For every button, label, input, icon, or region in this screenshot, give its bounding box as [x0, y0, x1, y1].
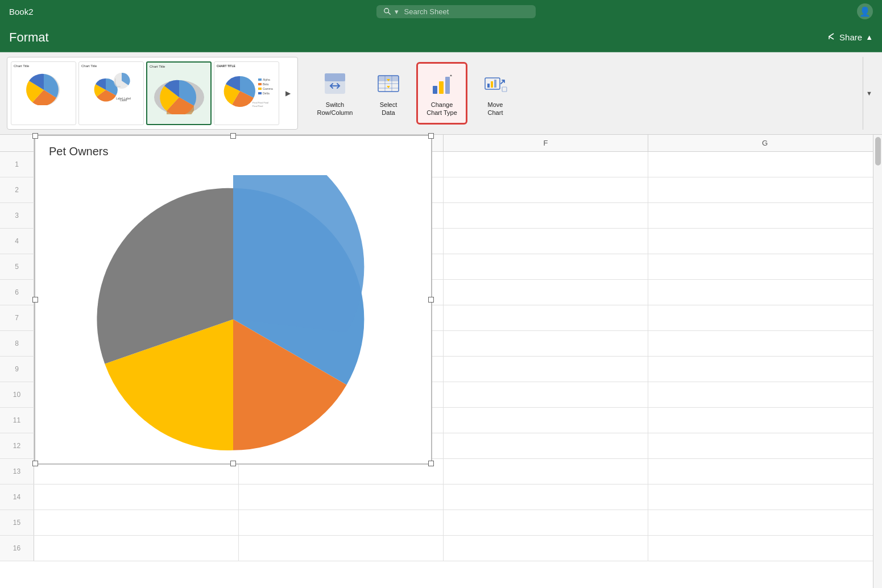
cell-D14[interactable] — [34, 485, 239, 510]
cell-G16[interactable] — [648, 536, 882, 561]
handle-tc[interactable] — [230, 133, 236, 139]
cell-G11[interactable] — [648, 408, 882, 433]
svg-text:Label: Label — [124, 97, 131, 100]
switch-row-column-button[interactable]: SwitchRow/Column — [309, 62, 361, 125]
cell-G3[interactable] — [648, 203, 882, 228]
cell-F14[interactable] — [444, 485, 648, 510]
app-name: Book2 — [9, 7, 55, 16]
row-number: 15 — [0, 510, 34, 535]
row-num-header — [0, 135, 34, 151]
chart-thumb-4[interactable]: CHART TITLE Alpha Beta Gamma Delta Final… — [214, 61, 279, 125]
vertical-scrollbar[interactable] — [873, 135, 882, 588]
grid-row[interactable]: 15 — [0, 510, 882, 536]
svg-line-1 — [388, 13, 390, 15]
cell-F11[interactable] — [444, 408, 648, 433]
row-number: 7 — [0, 305, 34, 330]
cell-G13[interactable] — [648, 459, 882, 484]
search-icon — [383, 7, 391, 15]
svg-rect-12 — [258, 78, 262, 81]
format-bar: Format Share ▲ — [0, 23, 882, 52]
cell-E14[interactable] — [239, 485, 444, 510]
cell-F3[interactable] — [444, 203, 648, 228]
cell-F8[interactable] — [444, 331, 648, 356]
cell-G1[interactable] — [648, 152, 882, 177]
share-button[interactable]: Share ▲ — [826, 32, 873, 43]
cell-F16[interactable] — [444, 536, 648, 561]
svg-rect-31 — [433, 86, 437, 94]
row-number: 2 — [0, 177, 34, 202]
cell-G2[interactable] — [648, 177, 882, 202]
row-number: 13 — [0, 459, 34, 484]
share-icon — [826, 32, 836, 43]
scroll-thumb[interactable] — [875, 137, 881, 165]
cell-F9[interactable] — [444, 357, 648, 382]
cell-D16[interactable] — [34, 536, 239, 561]
svg-rect-38 — [502, 87, 507, 92]
thumb3-title: Chart Title — [150, 65, 165, 68]
chart-container[interactable]: Pet Owners — [34, 135, 432, 465]
svg-rect-14 — [258, 83, 262, 85]
move-chart-icon — [482, 70, 509, 97]
cell-F13[interactable] — [444, 459, 648, 484]
cell-G4[interactable] — [648, 229, 882, 254]
row-number: 11 — [0, 408, 34, 433]
toolbar-buttons: SwitchRow/Column SelectDa — [303, 57, 521, 130]
user-avatar[interactable]: 👤 — [857, 3, 873, 19]
handle-tr[interactable] — [428, 133, 434, 139]
row-number: 6 — [0, 280, 34, 305]
search-bar[interactable]: ▾ Search Sheet — [376, 5, 536, 18]
change-chart-type-button[interactable]: ChangeChart Type — [416, 62, 467, 125]
ribbon: Chart Title Chart Title — [0, 52, 882, 135]
cell-F15[interactable] — [444, 510, 648, 535]
cell-F5[interactable] — [444, 254, 648, 279]
cell-G14[interactable] — [648, 485, 882, 510]
svg-text:Final Final: Final Final — [252, 105, 263, 107]
svg-text:Gamma: Gamma — [263, 87, 273, 90]
thumb3-chart — [151, 69, 208, 114]
cell-F1[interactable] — [444, 152, 648, 177]
cell-F10[interactable] — [444, 382, 648, 407]
cell-F7[interactable] — [444, 305, 648, 330]
search-input-label: Search Sheet — [404, 7, 449, 16]
col-header-G: G — [648, 135, 882, 151]
cell-E15[interactable] — [239, 510, 444, 535]
row-number: 8 — [0, 331, 34, 356]
cell-G7[interactable] — [648, 305, 882, 330]
chart-thumb-3[interactable]: Chart Title — [146, 61, 212, 125]
chart-thumb-2[interactable]: Chart Title Label Label Label — [78, 61, 144, 125]
cell-D15[interactable] — [34, 510, 239, 535]
thumb2-title: Chart Title — [81, 64, 97, 68]
cell-F6[interactable] — [444, 280, 648, 305]
cell-G8[interactable] — [648, 331, 882, 356]
gallery-scroll-right[interactable]: ▶ — [281, 87, 294, 100]
share-label: Share — [839, 32, 862, 42]
svg-rect-18 — [258, 92, 262, 94]
cell-F12[interactable] — [444, 433, 648, 458]
spreadsheet-wrapper: D E F G 1 2 3 4 — [0, 135, 882, 588]
select-data-button[interactable]: SelectData — [363, 62, 414, 125]
share-chevron: ▲ — [866, 33, 873, 42]
cell-E16[interactable] — [239, 536, 444, 561]
grid-row[interactable]: 16 — [0, 536, 882, 561]
cell-G12[interactable] — [648, 433, 882, 458]
col-header-F: F — [444, 135, 648, 151]
grid-row[interactable]: 14 — [0, 485, 882, 510]
cell-F2[interactable] — [444, 177, 648, 202]
thumb4-chart: Alpha Beta Gamma Delta Final Final Final… — [218, 68, 275, 111]
cell-G10[interactable] — [648, 382, 882, 407]
cell-G6[interactable] — [648, 280, 882, 305]
row-number: 14 — [0, 485, 34, 510]
cell-F4[interactable] — [444, 229, 648, 254]
ribbon-dropdown-toggle[interactable]: ▼ — [863, 57, 875, 130]
row-number: 4 — [0, 229, 34, 254]
change-chart-type-label: ChangeChart Type — [426, 101, 457, 117]
row-number: 3 — [0, 203, 34, 228]
handle-tl[interactable] — [32, 133, 38, 139]
row-number: 12 — [0, 433, 34, 458]
cell-G15[interactable] — [648, 510, 882, 535]
move-chart-button[interactable]: MoveChart — [470, 62, 521, 125]
thumb4-title: CHART TITLE — [217, 64, 235, 68]
cell-G5[interactable] — [648, 254, 882, 279]
cell-G9[interactable] — [648, 357, 882, 382]
chart-thumb-1[interactable]: Chart Title — [11, 61, 76, 125]
